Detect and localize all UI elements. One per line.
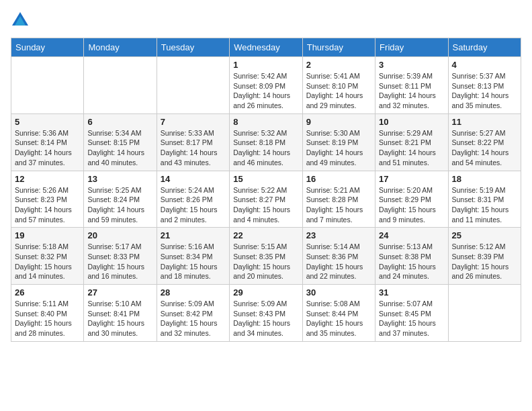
cell-sun-info: Sunrise: 5:21 AMSunset: 8:28 PMDaylight:…: [306, 185, 371, 225]
weekday-header-monday: Monday: [84, 38, 157, 57]
cell-day-number: 10: [379, 117, 444, 127]
cell-day-number: 28: [161, 287, 226, 298]
calendar-week-3: 12Sunrise: 5:26 AMSunset: 8:23 PMDayligh…: [11, 171, 521, 228]
calendar-cell: 3Sunrise: 5:39 AMSunset: 8:11 PMDaylight…: [375, 57, 448, 114]
cell-sun-info: Sunrise: 5:20 AMSunset: 8:29 PMDaylight:…: [379, 185, 444, 225]
calendar-cell: 19Sunrise: 5:18 AMSunset: 8:32 PMDayligh…: [11, 228, 84, 285]
calendar-cell: 26Sunrise: 5:11 AMSunset: 8:40 PMDayligh…: [11, 285, 84, 342]
calendar-cell: 30Sunrise: 5:08 AMSunset: 8:44 PMDayligh…: [302, 285, 375, 342]
cell-day-number: 1: [233, 60, 298, 70]
cell-day-number: 19: [15, 230, 80, 240]
page-header: [11, 11, 521, 30]
cell-sun-info: Sunrise: 5:27 AMSunset: 8:22 PMDaylight:…: [452, 128, 517, 168]
cell-day-number: 23: [306, 230, 371, 240]
calendar-week-2: 5Sunrise: 5:36 AMSunset: 8:14 PMDaylight…: [11, 113, 521, 171]
cell-sun-info: Sunrise: 5:19 AMSunset: 8:31 PMDaylight:…: [452, 185, 517, 225]
weekday-header-tuesday: Tuesday: [157, 38, 229, 57]
calendar-cell: 27Sunrise: 5:10 AMSunset: 8:41 PMDayligh…: [84, 285, 157, 342]
cell-sun-info: Sunrise: 5:15 AMSunset: 8:35 PMDaylight:…: [233, 242, 298, 281]
cell-day-number: 22: [233, 230, 298, 240]
cell-sun-info: Sunrise: 5:42 AMSunset: 8:09 PMDaylight:…: [233, 71, 298, 111]
calendar-cell: 23Sunrise: 5:14 AMSunset: 8:36 PMDayligh…: [302, 228, 375, 285]
calendar-cell: 7Sunrise: 5:33 AMSunset: 8:17 PMDaylight…: [157, 113, 229, 171]
cell-day-number: 15: [233, 174, 298, 184]
cell-day-number: 27: [87, 287, 152, 298]
calendar-cell: 8Sunrise: 5:32 AMSunset: 8:18 PMDaylight…: [230, 113, 302, 171]
cell-sun-info: Sunrise: 5:22 AMSunset: 8:27 PMDaylight:…: [233, 185, 298, 225]
cell-day-number: 14: [161, 174, 226, 184]
calendar-cell: [11, 57, 84, 114]
calendar-table: SundayMondayTuesdayWednesdayThursdayFrid…: [11, 38, 521, 342]
cell-day-number: 30: [306, 287, 371, 298]
cell-sun-info: Sunrise: 5:14 AMSunset: 8:36 PMDaylight:…: [306, 242, 371, 281]
calendar-cell: 6Sunrise: 5:34 AMSunset: 8:15 PMDaylight…: [84, 113, 157, 171]
cell-day-number: 3: [379, 60, 444, 70]
calendar-cell: 25Sunrise: 5:12 AMSunset: 8:39 PMDayligh…: [448, 228, 521, 285]
calendar-cell: [84, 57, 157, 114]
cell-sun-info: Sunrise: 5:30 AMSunset: 8:19 PMDaylight:…: [306, 128, 371, 168]
cell-day-number: 21: [161, 230, 226, 240]
calendar-week-4: 19Sunrise: 5:18 AMSunset: 8:32 PMDayligh…: [11, 228, 521, 285]
cell-day-number: 24: [379, 230, 444, 240]
calendar-cell: 17Sunrise: 5:20 AMSunset: 8:29 PMDayligh…: [375, 171, 448, 228]
calendar-cell: 29Sunrise: 5:09 AMSunset: 8:43 PMDayligh…: [230, 285, 302, 342]
cell-sun-info: Sunrise: 5:08 AMSunset: 8:44 PMDaylight:…: [306, 299, 371, 338]
cell-sun-info: Sunrise: 5:13 AMSunset: 8:38 PMDaylight:…: [379, 242, 444, 281]
calendar-cell: 18Sunrise: 5:19 AMSunset: 8:31 PMDayligh…: [448, 171, 521, 228]
cell-day-number: 18: [452, 174, 517, 184]
calendar-cell: 10Sunrise: 5:29 AMSunset: 8:21 PMDayligh…: [375, 113, 448, 171]
cell-day-number: 6: [87, 117, 152, 127]
calendar-header-row: SundayMondayTuesdayWednesdayThursdayFrid…: [11, 38, 521, 57]
cell-sun-info: Sunrise: 5:29 AMSunset: 8:21 PMDaylight:…: [379, 128, 444, 168]
cell-day-number: 9: [306, 117, 371, 127]
logo-icon: [11, 11, 30, 30]
weekday-header-saturday: Saturday: [448, 38, 521, 57]
weekday-header-thursday: Thursday: [302, 38, 375, 57]
cell-day-number: 11: [452, 117, 517, 127]
cell-day-number: 8: [233, 117, 298, 127]
cell-day-number: 26: [15, 287, 80, 298]
cell-sun-info: Sunrise: 5:16 AMSunset: 8:34 PMDaylight:…: [161, 242, 226, 281]
cell-day-number: 17: [379, 174, 444, 184]
cell-sun-info: Sunrise: 5:26 AMSunset: 8:23 PMDaylight:…: [15, 185, 80, 225]
cell-sun-info: Sunrise: 5:41 AMSunset: 8:10 PMDaylight:…: [306, 71, 371, 111]
calendar-cell: 16Sunrise: 5:21 AMSunset: 8:28 PMDayligh…: [302, 171, 375, 228]
cell-day-number: 20: [87, 230, 152, 240]
cell-day-number: 4: [452, 60, 517, 70]
cell-day-number: 5: [15, 117, 80, 127]
cell-sun-info: Sunrise: 5:18 AMSunset: 8:32 PMDaylight:…: [15, 242, 80, 281]
calendar-cell: 20Sunrise: 5:17 AMSunset: 8:33 PMDayligh…: [84, 228, 157, 285]
cell-day-number: 16: [306, 174, 371, 184]
calendar-cell: 24Sunrise: 5:13 AMSunset: 8:38 PMDayligh…: [375, 228, 448, 285]
calendar-cell: 28Sunrise: 5:09 AMSunset: 8:42 PMDayligh…: [157, 285, 229, 342]
calendar-cell: 22Sunrise: 5:15 AMSunset: 8:35 PMDayligh…: [230, 228, 302, 285]
cell-sun-info: Sunrise: 5:32 AMSunset: 8:18 PMDaylight:…: [233, 128, 298, 168]
calendar-cell: 5Sunrise: 5:36 AMSunset: 8:14 PMDaylight…: [11, 113, 84, 171]
calendar-cell: [448, 285, 521, 342]
calendar-week-1: 1Sunrise: 5:42 AMSunset: 8:09 PMDaylight…: [11, 57, 521, 114]
calendar-cell: 4Sunrise: 5:37 AMSunset: 8:13 PMDaylight…: [448, 57, 521, 114]
cell-day-number: 12: [15, 174, 80, 184]
calendar-cell: 9Sunrise: 5:30 AMSunset: 8:19 PMDaylight…: [302, 113, 375, 171]
cell-sun-info: Sunrise: 5:12 AMSunset: 8:39 PMDaylight:…: [452, 242, 517, 281]
calendar-cell: [157, 57, 229, 114]
weekday-header-sunday: Sunday: [11, 38, 84, 57]
cell-sun-info: Sunrise: 5:07 AMSunset: 8:45 PMDaylight:…: [379, 299, 444, 338]
cell-day-number: 13: [87, 174, 152, 184]
calendar-cell: 31Sunrise: 5:07 AMSunset: 8:45 PMDayligh…: [375, 285, 448, 342]
cell-sun-info: Sunrise: 5:25 AMSunset: 8:24 PMDaylight:…: [87, 185, 152, 225]
calendar-cell: 15Sunrise: 5:22 AMSunset: 8:27 PMDayligh…: [230, 171, 302, 228]
weekday-header-friday: Friday: [375, 38, 448, 57]
calendar-cell: 1Sunrise: 5:42 AMSunset: 8:09 PMDaylight…: [230, 57, 302, 114]
calendar-cell: 12Sunrise: 5:26 AMSunset: 8:23 PMDayligh…: [11, 171, 84, 228]
cell-sun-info: Sunrise: 5:33 AMSunset: 8:17 PMDaylight:…: [161, 128, 226, 168]
weekday-header-wednesday: Wednesday: [230, 38, 302, 57]
cell-sun-info: Sunrise: 5:10 AMSunset: 8:41 PMDaylight:…: [87, 299, 152, 338]
calendar-cell: 13Sunrise: 5:25 AMSunset: 8:24 PMDayligh…: [84, 171, 157, 228]
cell-sun-info: Sunrise: 5:11 AMSunset: 8:40 PMDaylight:…: [15, 299, 80, 338]
cell-sun-info: Sunrise: 5:09 AMSunset: 8:43 PMDaylight:…: [233, 299, 298, 338]
cell-sun-info: Sunrise: 5:36 AMSunset: 8:14 PMDaylight:…: [15, 128, 80, 168]
cell-day-number: 25: [452, 230, 517, 240]
cell-sun-info: Sunrise: 5:17 AMSunset: 8:33 PMDaylight:…: [87, 242, 152, 281]
cell-day-number: 31: [379, 287, 444, 298]
